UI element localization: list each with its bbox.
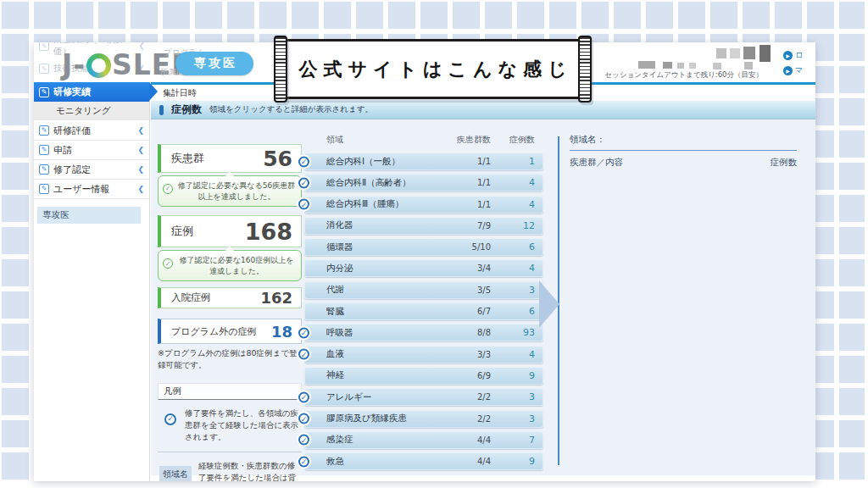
- arrow-right-icon: [539, 280, 559, 328]
- table-row[interactable]: ✓ 膠原病及び類縁疾患 2/2 3: [304, 410, 543, 428]
- circle-arrow-icon: ▶: [783, 66, 793, 75]
- case-count: 4: [491, 177, 535, 188]
- banner-scroll-roll-right: [578, 36, 592, 103]
- area-name: 循環器: [326, 241, 443, 253]
- sidebar-item-training-evaluation[interactable]: ✎ 研修評価 ❮: [34, 121, 149, 141]
- table-row[interactable]: 循環器 5/10 6: [304, 238, 543, 256]
- table-row[interactable]: ✓ 総合内科Ⅰ（一般） 1/1 1: [304, 152, 543, 170]
- legend-chip-item: 領域名 経験症例数・疾患群数の修了要件を満たした場合は背景が青になります。: [158, 452, 302, 481]
- section-header: 症例数 領域をクリックすると詳細が表示されます。: [151, 101, 815, 119]
- table-row[interactable]: ✓ 呼吸器 8/8 93: [304, 324, 543, 341]
- area-name: アレルギー: [326, 391, 443, 403]
- stats-column: 疾患群 56 ✓ 修了認定に必要な異なる56疾患群以上を達成しました。 症例 1…: [158, 144, 302, 481]
- check-icon: ✓: [298, 177, 309, 188]
- redacted-block: [743, 47, 755, 59]
- table-row[interactable]: ✓ 感染症 4/4 7: [304, 431, 543, 449]
- area-name: 救急: [326, 456, 443, 468]
- table-row[interactable]: ✓ 血液 3/3 4: [304, 346, 543, 363]
- table-row[interactable]: 内分泌 3/4 4: [304, 259, 543, 277]
- legend-check-item: ✓ 修了要件を満たし、各領域の疾患群を全て経験した場合に表示されます。: [158, 400, 302, 452]
- sidebar-item-monitoring[interactable]: モニタリング: [34, 102, 149, 121]
- table-row[interactable]: ✓ 救急 4/4 9: [304, 452, 543, 470]
- logo-text-left: J-: [62, 48, 86, 81]
- card-value: 162: [260, 289, 292, 307]
- card-value: 168: [245, 219, 292, 245]
- legend-check-text: 修了要件を満たし、各領域の疾患群を全て経験した場合に表示されます。: [185, 408, 300, 444]
- disease-group-count: 5/10: [443, 242, 491, 252]
- area-name: 総合内科Ⅱ（高齢者）: [326, 177, 443, 189]
- redacted-block: [744, 62, 753, 69]
- card-label: 症例: [171, 224, 193, 239]
- manual-link[interactable]: ▶ マ: [783, 65, 803, 76]
- disease-group-count: 1/1: [443, 200, 491, 209]
- disease-group-count: 7/9: [443, 221, 491, 230]
- case-card: 症例 168: [158, 215, 302, 247]
- note-text: 修了認定に必要な160症例以上を達成しました。: [180, 256, 294, 275]
- case-count: 4: [491, 199, 535, 210]
- table-row[interactable]: 腎臓 6/7 6: [304, 302, 543, 320]
- sidebar-item-application[interactable]: ✎ 申請 ❮: [34, 141, 149, 160]
- sidebar-item-user-info[interactable]: ✎ ユーザー情報 ❮: [34, 180, 149, 199]
- sidebar-item-label: 申請: [53, 144, 72, 157]
- case-count: 6: [491, 306, 535, 317]
- blue-check-icon: ✓: [164, 413, 176, 425]
- content-body: 疾患群 56 ✓ 修了認定に必要な異なる56疾患群以上を達成しました。 症例 1…: [151, 119, 815, 475]
- main-content: 集計日時 症例数 領域をクリックすると詳細が表示されます。 疾患群 56 ✓ 修…: [151, 82, 815, 481]
- check-icon: ✓: [298, 413, 309, 424]
- disease-group-count: 4/4: [443, 435, 491, 445]
- case-count: 3: [491, 391, 535, 402]
- memo-icon: ✎: [39, 64, 49, 74]
- check-icon: ✓: [298, 349, 309, 360]
- memo-icon: ✎: [39, 42, 49, 51]
- area-name-chip: 領域名: [159, 466, 192, 481]
- case-count: 4: [491, 349, 535, 360]
- card-value: 56: [263, 147, 292, 171]
- sidebar-item-training-record[interactable]: ✎ 研修実績: [34, 82, 149, 102]
- disease-group-count: 3/4: [443, 263, 491, 273]
- area-name: 神経: [326, 369, 443, 381]
- sidebar-item-label: ユーザー情報: [53, 183, 110, 196]
- memo-icon: ✎: [39, 125, 49, 136]
- case-count: 4: [491, 263, 535, 274]
- sidebar-item-label: 修了認定: [53, 164, 91, 176]
- sidebar-item-label: 研修評価: [53, 125, 91, 137]
- case-count: 3: [491, 413, 535, 424]
- table-row[interactable]: ✓ アレルギー 2/2 3: [304, 388, 543, 406]
- table-row[interactable]: 代謝 3/5 3: [304, 281, 543, 299]
- area-name: 消化器: [326, 219, 443, 231]
- disease-group-count: 6/7: [443, 307, 491, 316]
- chevron-left-icon: ❮: [137, 165, 144, 174]
- case-count: 6: [491, 241, 535, 252]
- josler-screenshot: ✎ 病歴要約（一次評価） ❮ ✎ 技術技能評価 ❮ J-SLER プログラム 所…: [34, 42, 815, 481]
- outside-program-note: ※プログラム外の症例は80症例まで登録可能です。: [158, 347, 302, 371]
- case-count: 3: [491, 285, 535, 296]
- case-table-rows: ✓ 総合内科Ⅰ（一般） 1/1 1 ✓ 総合内科Ⅱ（高齢者） 1/1 4 ✓ 総…: [304, 152, 543, 470]
- disease-group-count: 1/1: [443, 178, 491, 187]
- table-row[interactable]: ✓ 総合内科Ⅲ（腫瘍） 1/1 4: [304, 196, 543, 214]
- case-count: 9: [491, 370, 535, 381]
- disease-group-count: 3/5: [443, 286, 491, 295]
- aggregate-date-label: 集計日時: [163, 87, 197, 99]
- check-icon: ✓: [298, 456, 309, 467]
- check-icon: ✓: [298, 327, 309, 338]
- memo-icon: ✎: [39, 164, 49, 175]
- table-row[interactable]: 消化器 7/9 12: [304, 217, 543, 235]
- disease-group-card: 疾患群 56: [158, 144, 302, 173]
- logout-link[interactable]: ▶ ロ: [783, 50, 803, 61]
- legend-chip-text: 経験症例数・疾患群数の修了要件を満たした場合は背景が青になります。: [198, 460, 300, 481]
- redacted-block: [663, 62, 672, 69]
- check-icon: ✓: [298, 391, 309, 402]
- inpatient-card: 入院症例 162: [158, 287, 302, 308]
- column-header-cases: 症例数: [491, 134, 535, 146]
- green-check-icon: ✓: [163, 184, 173, 194]
- table-row[interactable]: 神経 6/9 9: [304, 367, 543, 385]
- disease-group-count: 6/9: [443, 371, 491, 380]
- sidebar-item-completion[interactable]: ✎ 修了認定 ❮: [34, 160, 149, 180]
- banner-scroll-roll-left: [274, 36, 287, 103]
- check-icon: ✓: [298, 156, 309, 167]
- table-row[interactable]: ✓ 総合内科Ⅱ（高齢者） 1/1 4: [304, 174, 543, 191]
- case-count: 12: [491, 220, 535, 231]
- section-title: 症例数: [171, 103, 202, 117]
- case-count: 7: [491, 435, 535, 446]
- green-check-icon: ✓: [163, 258, 173, 269]
